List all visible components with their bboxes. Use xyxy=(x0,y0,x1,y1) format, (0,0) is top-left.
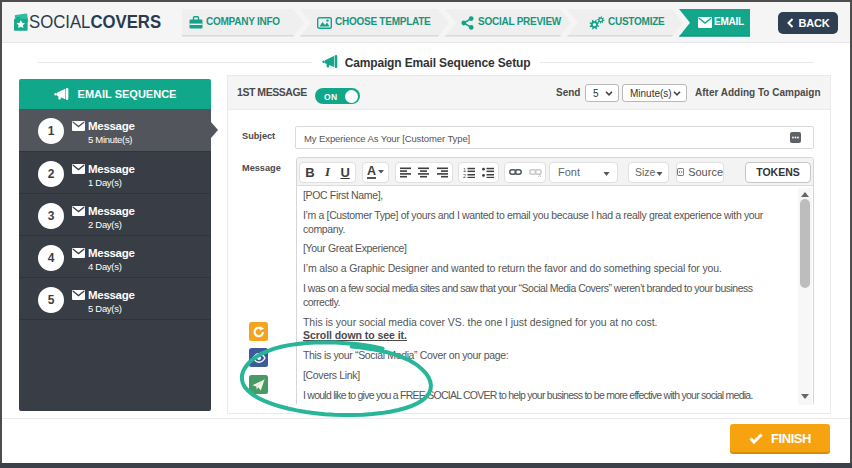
svg-text:2: 2 xyxy=(463,172,466,178)
